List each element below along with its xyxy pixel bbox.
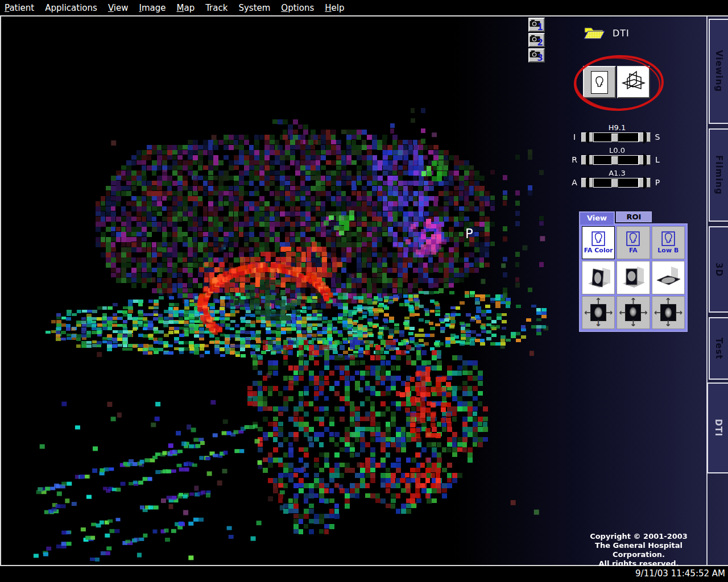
view-panel: FA Color FA Low B [579,223,688,332]
sagittal-planes-button[interactable] [582,261,615,294]
snapshot-number: 1 [537,22,543,32]
copyright-line-1: Copyright © 2001-2003 [569,532,709,541]
menu-options[interactable]: Options [281,3,314,13]
slider-right-label: S [651,132,664,142]
menu-applications[interactable]: Applications [45,3,97,13]
left-triangle-icon [586,153,589,167]
slider-right-arrow[interactable] [639,132,651,142]
arrow-right-icon: → [675,308,682,317]
pan-view-row: ↑ ↓ ← → ↑ ↓ ← → ↑ ↓ ← → [582,296,685,329]
slider-ap: A P [568,177,664,188]
fa-color-label: FA Color [584,247,613,254]
slider-value-is: H9.1 [594,123,640,132]
head-profile-icon [592,231,605,246]
head-view-inset [591,71,608,94]
snapshot-2-button[interactable]: 2 [528,33,545,47]
map-button-row: FA Color FA Low B [582,226,685,259]
slider-left-arrow[interactable] [581,155,593,165]
slider-left-arrow[interactable] [581,132,593,142]
slider-track[interactable] [593,178,639,188]
menu-view[interactable]: View [108,3,129,13]
slider-left-label: A [568,178,581,187]
tab-roi[interactable]: ROI [616,211,652,222]
tab-view[interactable]: View [579,211,615,225]
head-view-button[interactable] [583,66,616,98]
right-triangle-icon [643,153,647,167]
display-mode-buttons [583,66,650,98]
fa-label: FA [629,247,638,254]
slider-is: I S [568,132,664,142]
left-triangle-icon [586,131,589,144]
coronal-planes-icon [619,264,647,290]
snapshot-1-button[interactable]: 1 [528,18,545,32]
low-b-button[interactable]: Low B [652,226,685,259]
snapshot-number: 3 [537,53,543,63]
slider-thumb[interactable] [611,156,618,165]
pan-sagittal-button[interactable]: ↑ ↓ ← → [582,296,615,329]
snapshot-3-button[interactable]: 3 [528,48,545,63]
menu-map[interactable]: Map [176,3,195,13]
fa-color-button[interactable]: FA Color [582,226,615,259]
arrow-up-icon: ↑ [595,297,602,306]
folder-label: DTI [613,28,630,39]
slider-thumb[interactable] [611,179,618,188]
dti-3d-render[interactable] [1,16,570,564]
fa-button[interactable]: FA [617,226,650,259]
side-tab-3d[interactable]: 3D [709,226,728,313]
slider-right-arrow[interactable] [639,178,651,188]
slider-right-label: L [651,155,664,164]
side-tab-strip: Viewing Filming 3D Test DTI [706,16,728,565]
orientation-label-posterior: P [465,226,473,241]
menu-patient[interactable]: Patient [5,3,34,13]
head-profile-icon [661,231,675,246]
head-profile-icon [626,231,640,246]
side-tab-viewing[interactable]: Viewing [709,19,728,124]
left-triangle-icon [586,176,589,189]
slider-value-rl: L0.0 [594,146,640,155]
arrow-up-icon: ↑ [665,297,672,306]
menu-image[interactable]: Image [139,3,166,13]
menu-track[interactable]: Track [205,3,228,13]
low-b-label: Low B [657,247,679,254]
side-tab-filming[interactable]: Filming [709,128,728,222]
slider-left-label: R [568,155,581,164]
right-triangle-icon [643,176,647,189]
sagittal-planes-icon [585,264,612,290]
status-bar: 9/11/03 11:45:52 AM [0,566,728,582]
slider-thumb[interactable] [611,134,618,142]
coronal-planes-button[interactable] [617,261,650,294]
snapshot-button-column: 1 2 3 [528,18,545,64]
slider-right-label: P [651,178,664,187]
pan-coronal-button[interactable]: ↑ ↓ ← → [617,296,650,329]
folder-row: DTI [583,25,630,41]
arrow-right-icon: → [640,308,648,317]
slider-value-ap: A1.3 [594,169,640,177]
axial-planes-icon [655,264,682,290]
side-tab-test[interactable]: Test [709,317,728,380]
side-tab-dti[interactable]: DTI [707,383,728,473]
arrow-left-icon: ← [584,308,592,317]
planes-view-button[interactable] [617,66,650,98]
arrow-down-icon: ↓ [630,319,637,328]
slice-view-row [582,261,685,294]
menu-help[interactable]: Help [325,3,344,13]
arrow-left-icon: ← [654,308,661,317]
open-folder-icon[interactable] [583,25,606,41]
axial-planes-button[interactable] [652,261,685,294]
arrow-up-icon: ↑ [630,297,637,306]
copyright-line-2: The General Hospital Corporation. [569,541,709,559]
slider-left-arrow[interactable] [581,178,593,188]
copyright-notice: Copyright © 2001-2003 The General Hospit… [569,532,709,568]
clock-timestamp: 9/11/03 11:45:52 AM [635,568,725,579]
slider-right-arrow[interactable] [639,155,651,165]
slider-rl: R L [568,155,664,165]
menu-system[interactable]: System [238,3,270,13]
arrow-down-icon: ↓ [595,319,602,328]
slider-left-label: I [568,132,581,142]
head-profile-icon [593,74,606,91]
slider-track[interactable] [593,132,639,142]
slider-track[interactable] [593,155,639,165]
pan-axial-button[interactable]: ↑ ↓ ← → [652,296,685,329]
right-triangle-icon [643,131,647,144]
ortho-planes-icon [621,69,647,95]
